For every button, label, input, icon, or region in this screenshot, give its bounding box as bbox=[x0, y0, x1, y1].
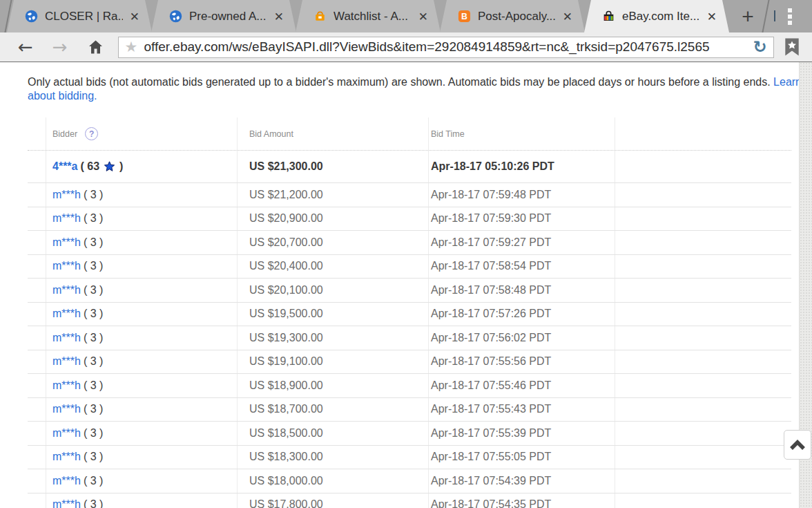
bid-amount: US $19,300.00 bbox=[237, 326, 428, 350]
bidder-help-icon[interactable]: ? bbox=[85, 127, 98, 140]
bid-row: m***h ( 3 ) US $19,500.00 Apr-18-17 07:5… bbox=[28, 303, 791, 327]
url-star-icon[interactable]: ★ bbox=[125, 39, 138, 55]
bid-row: m***h ( 3 ) US $20,900.00 Apr-18-17 07:5… bbox=[28, 207, 791, 232]
tab-favicon-icon bbox=[313, 10, 327, 23]
bid-row: m***h ( 3 ) US $18,500.00 Apr-18-17 07:5… bbox=[28, 422, 791, 446]
bookmark-icon[interactable] bbox=[783, 37, 801, 57]
intro-text: Only actual bids (not automatic bids gen… bbox=[28, 76, 771, 88]
bid-amount: US $18,000.00 bbox=[237, 469, 428, 493]
home-button[interactable] bbox=[87, 39, 104, 55]
feedback-count: ( 3 ) bbox=[84, 403, 103, 415]
bid-row: m***h ( 3 ) US $20,700.00 Apr-18-17 07:5… bbox=[28, 231, 791, 255]
bidder-link[interactable]: m***h bbox=[52, 308, 81, 320]
tab-close-icon[interactable]: ✕ bbox=[563, 10, 572, 23]
new-tab-button[interactable]: + bbox=[731, 0, 765, 32]
bidder-link[interactable]: m***h bbox=[52, 212, 81, 225]
feedback-count: ( 3 ) bbox=[84, 308, 103, 320]
feedback-count: ( 3 ) bbox=[84, 284, 103, 297]
bid-amount: US $18,900.00 bbox=[237, 374, 428, 397]
feedback-count: ( 3 ) bbox=[84, 332, 103, 344]
browser-tab[interactable]: B Post-Apocaly... ✕ bbox=[440, 0, 585, 32]
page-content: Only actual bids (not automatic bids gen… bbox=[0, 62, 812, 508]
bid-amount: US $20,400.00 bbox=[237, 255, 428, 279]
tab-close-icon[interactable]: ✕ bbox=[707, 10, 717, 23]
bidder-link[interactable]: m***h bbox=[52, 403, 81, 415]
chevron-up-icon bbox=[789, 439, 806, 451]
bid-row: m***h ( 3 ) US $19,300.00 Apr-18-17 07:5… bbox=[28, 326, 791, 350]
bid-amount: US $18,300.00 bbox=[237, 446, 428, 469]
bid-time: Apr-18-17 07:58:48 PDT bbox=[428, 279, 615, 302]
bidder-link[interactable]: m***h bbox=[52, 475, 81, 487]
bid-amount: US $17,800.00 bbox=[237, 493, 428, 508]
feedback-star-icon bbox=[104, 161, 115, 172]
bid-amount: US $21,300.00 bbox=[237, 151, 428, 182]
browser-tab[interactable]: eBay.com Ite... ✕ bbox=[584, 0, 729, 32]
learn-more-link[interactable]: about bidding. bbox=[28, 90, 97, 102]
tab-favicon-icon: B bbox=[458, 10, 471, 23]
tab-title: Post-Apocaly... bbox=[478, 10, 556, 23]
tab-favicon-icon bbox=[25, 10, 38, 23]
tab-favicon-icon bbox=[169, 10, 182, 23]
bid-time-header: Bid Time bbox=[428, 117, 615, 150]
menu-separator bbox=[774, 10, 775, 21]
bid-time: Apr-18-17 07:57:26 PDT bbox=[428, 303, 615, 326]
bid-row: m***h ( 3 ) US $21,200.00 Apr-18-17 07:5… bbox=[28, 183, 791, 207]
feedback-count: ( 3 ) bbox=[84, 236, 103, 249]
bid-amount-header: Bid Amount bbox=[237, 117, 428, 150]
bidder-link[interactable]: m***h bbox=[52, 498, 81, 508]
bid-amount: US $21,200.00 bbox=[237, 183, 428, 207]
browser-tab[interactable]: CLOSER | Ra... ✕ bbox=[7, 0, 152, 32]
feedback-close-paren: ) bbox=[119, 160, 123, 173]
bidder-link[interactable]: m***h bbox=[52, 427, 81, 440]
tab-close-icon[interactable]: ✕ bbox=[418, 10, 428, 23]
feedback-count: ( 3 ) bbox=[84, 475, 103, 487]
bidder-link[interactable]: m***h bbox=[52, 236, 81, 249]
feedback-count: ( 3 ) bbox=[84, 355, 103, 368]
bidder-link[interactable]: m***h bbox=[52, 355, 81, 368]
bid-row: m***h ( 3 ) US $18,900.00 Apr-18-17 07:5… bbox=[28, 374, 791, 398]
bidder-link[interactable]: 4***a bbox=[52, 160, 77, 173]
url-input[interactable] bbox=[144, 39, 748, 55]
address-bar[interactable]: ★ ↻ bbox=[118, 37, 774, 58]
tab-close-icon[interactable]: ✕ bbox=[130, 10, 139, 23]
bidder-link[interactable]: m***h bbox=[52, 379, 81, 392]
feedback-count: ( 3 ) bbox=[84, 189, 103, 201]
reload-icon[interactable]: ↻ bbox=[753, 37, 766, 57]
bid-time: Apr-18-17 05:10:26 PDT bbox=[428, 151, 615, 182]
overflow-menu-icon[interactable] bbox=[783, 0, 797, 32]
bid-row: m***h ( 3 ) US $18,300.00 Apr-18-17 07:5… bbox=[28, 446, 791, 470]
bidder-link[interactable]: m***h bbox=[52, 332, 81, 344]
bidder-link[interactable]: m***h bbox=[52, 451, 81, 463]
bid-time: Apr-18-17 07:54:35 PDT bbox=[428, 493, 615, 508]
tab-close-icon[interactable]: ✕ bbox=[274, 10, 284, 23]
feedback-count: ( 3 ) bbox=[84, 427, 103, 440]
bid-time: Apr-18-17 07:55:56 PDT bbox=[428, 350, 615, 374]
bid-time: Apr-18-17 07:56:02 PDT bbox=[428, 326, 615, 350]
bid-time: Apr-18-17 07:55:05 PDT bbox=[428, 446, 615, 469]
bidder-link[interactable]: m***h bbox=[52, 284, 81, 297]
browser-tab[interactable]: Pre-owned A... ✕ bbox=[151, 0, 296, 32]
forward-button[interactable]: → bbox=[52, 38, 68, 56]
tab-bar: CLOSER | Ra... ✕ Pre-owned A... ✕ Watchl… bbox=[0, 0, 812, 32]
feedback-count: ( 3 ) bbox=[84, 498, 103, 508]
browser-tab[interactable]: Watchlist - A... ✕ bbox=[296, 0, 441, 32]
feedback-count: ( 63 bbox=[80, 160, 99, 173]
bid-history-intro: Only actual bids (not automatic bids gen… bbox=[28, 75, 812, 102]
browser-toolbar: ← → ★ ↻ bbox=[0, 32, 812, 62]
bid-amount: US $19,100.00 bbox=[237, 350, 428, 374]
tab-title: CLOSER | Ra... bbox=[45, 10, 123, 23]
scroll-to-top-button[interactable] bbox=[784, 430, 811, 460]
bid-time: Apr-18-17 07:59:27 PDT bbox=[428, 231, 615, 254]
table-header-row: Bidder ? Bid Amount Bid Time bbox=[28, 117, 791, 151]
bidder-link[interactable]: m***h bbox=[52, 189, 81, 201]
bidder-link[interactable]: m***h bbox=[52, 260, 81, 272]
bid-time: Apr-18-17 07:59:30 PDT bbox=[428, 207, 615, 231]
bid-time: Apr-18-17 07:55:39 PDT bbox=[428, 422, 615, 445]
bid-history-table: Bidder ? Bid Amount Bid Time 4***a ( 63 … bbox=[28, 117, 791, 508]
bid-row: m***h ( 3 ) US $19,100.00 Apr-18-17 07:5… bbox=[28, 350, 791, 375]
bid-amount: US $18,500.00 bbox=[237, 422, 428, 445]
tab-title: Watchlist - A... bbox=[334, 10, 412, 23]
svg-text:B: B bbox=[461, 12, 467, 21]
feedback-count: ( 3 ) bbox=[84, 451, 103, 463]
back-button[interactable]: ← bbox=[18, 38, 33, 56]
